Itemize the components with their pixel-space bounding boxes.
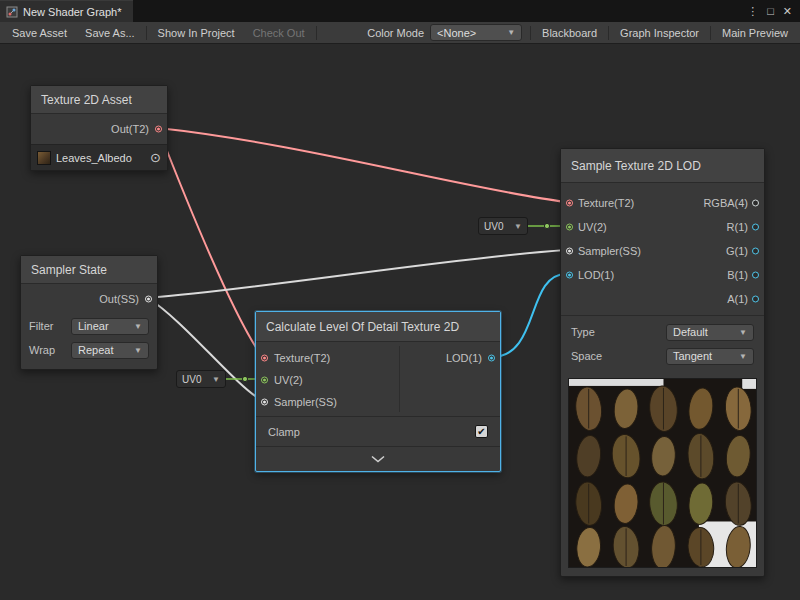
clamp-label: Clamp	[268, 426, 300, 438]
port-label: Sampler(SS)	[578, 245, 641, 257]
port-label: RGBA(4)	[703, 197, 748, 209]
filter-dropdown[interactable]: Linear ▼	[71, 318, 149, 335]
toolbar: Save Asset Save As... Show In Project Ch…	[0, 22, 800, 44]
shader-graph-icon	[6, 6, 18, 18]
node-title[interactable]: Sampler State	[21, 256, 157, 284]
port-label: B(1)	[727, 269, 748, 281]
node-title[interactable]: Calculate Level Of Detail Texture 2D	[256, 312, 500, 342]
port-r-output[interactable]	[752, 224, 759, 231]
chevron-down-icon: ▼	[739, 352, 747, 361]
port-sampler-input[interactable]	[261, 399, 268, 406]
type-dropdown[interactable]: Default ▼	[666, 324, 754, 341]
node-title[interactable]: Texture 2D Asset	[31, 86, 167, 114]
port-b-output[interactable]	[752, 272, 759, 279]
toolbar-separator	[710, 26, 711, 40]
port-uv-input[interactable]	[566, 224, 573, 231]
toolbar-separator	[146, 26, 147, 40]
node-texture-2d-asset[interactable]: Texture 2D Asset Out(T2) Leaves_Albedo ⊙	[30, 85, 168, 171]
uv-channel-dropdown[interactable]: UV0 ▼	[478, 217, 528, 235]
check-out-button[interactable]: Check Out	[244, 22, 314, 43]
port-out-t2[interactable]	[155, 126, 162, 133]
maximize-icon[interactable]: □	[767, 6, 774, 17]
node-title[interactable]: Sample Texture 2D LOD	[561, 149, 764, 183]
port-lod-output[interactable]	[488, 355, 495, 362]
object-picker-icon[interactable]: ⊙	[150, 151, 161, 164]
wrap-dropdown[interactable]: Repeat ▼	[71, 342, 149, 359]
color-mode-value: <None>	[437, 27, 476, 39]
space-dropdown[interactable]: Tangent ▼	[666, 348, 754, 365]
type-label: Type	[571, 326, 595, 338]
port-lod-input[interactable]	[566, 272, 573, 279]
port-a-output[interactable]	[752, 296, 759, 303]
toolbar-separator	[608, 26, 609, 40]
window-tab[interactable]: New Shader Graph*	[0, 0, 133, 22]
texture-preview	[568, 378, 757, 568]
filter-value: Linear	[78, 320, 109, 332]
color-mode-label: Color Mode	[361, 27, 430, 39]
filter-label: Filter	[29, 320, 53, 332]
port-texture-input[interactable]	[261, 355, 268, 362]
space-label: Space	[571, 350, 602, 362]
port-label: R(1)	[727, 221, 748, 233]
node-sample-texture-2d-lod[interactable]: Sample Texture 2D LOD Texture(T2) RGBA(4…	[560, 148, 765, 577]
main-preview-button[interactable]: Main Preview	[713, 22, 797, 43]
type-value: Default	[673, 326, 708, 338]
texture-thumbnail-icon	[37, 151, 51, 165]
chevron-down-icon	[370, 455, 386, 463]
uv-channel-value: UV0	[182, 374, 201, 385]
chevron-down-icon: ▼	[507, 28, 515, 37]
uv-channel-dropdown[interactable]: UV0 ▼	[176, 370, 226, 388]
port-label: Texture(T2)	[578, 197, 634, 209]
show-in-project-button[interactable]: Show In Project	[149, 22, 244, 43]
port-label: UV(2)	[578, 221, 607, 233]
object-field-value: Leaves_Albedo	[56, 152, 145, 164]
titlebar: New Shader Graph* ⋮ □ ✕	[0, 0, 800, 22]
port-label: LOD(1)	[578, 269, 614, 281]
port-label: G(1)	[726, 245, 748, 257]
port-label: Sampler(SS)	[274, 396, 337, 408]
window-title: New Shader Graph*	[23, 6, 121, 18]
wrap-value: Repeat	[78, 344, 113, 356]
port-sampler-input[interactable]	[566, 248, 573, 255]
port-label: UV(2)	[274, 374, 303, 386]
port-label: LOD(1)	[446, 352, 482, 364]
space-value: Tangent	[673, 350, 712, 362]
toolbar-separator	[530, 26, 531, 40]
kebab-menu-icon[interactable]: ⋮	[747, 6, 758, 17]
port-texture-input[interactable]	[566, 200, 573, 207]
chevron-down-icon: ▼	[739, 328, 747, 337]
color-mode-dropdown[interactable]: <None> ▼	[430, 24, 522, 41]
texture-object-field[interactable]: Leaves_Albedo ⊙	[31, 144, 167, 170]
port-label: A(1)	[727, 293, 748, 305]
uv-channel-value: UV0	[484, 221, 503, 232]
window-controls: ⋮ □ ✕	[747, 0, 800, 22]
node-sampler-state[interactable]: Sampler State Out(SS) Filter Linear ▼ Wr…	[20, 255, 158, 370]
port-uv-input[interactable]	[261, 377, 268, 384]
chevron-down-icon: ▼	[212, 375, 220, 384]
save-asset-button[interactable]: Save Asset	[3, 22, 76, 43]
wrap-label: Wrap	[29, 344, 55, 356]
collapse-chevron-button[interactable]	[256, 446, 500, 471]
port-out-ss[interactable]	[145, 296, 152, 303]
chevron-down-icon: ▼	[514, 222, 522, 231]
port-rgba-output[interactable]	[752, 200, 759, 207]
chevron-down-icon: ▼	[134, 322, 142, 331]
port-label: Texture(T2)	[274, 352, 330, 364]
close-icon[interactable]: ✕	[783, 6, 792, 17]
port-label: Out(T2)	[111, 123, 149, 135]
port-g-output[interactable]	[752, 248, 759, 255]
graph-inspector-button[interactable]: Graph Inspector	[611, 22, 708, 43]
chevron-down-icon: ▼	[134, 346, 142, 355]
toolbar-separator	[316, 26, 317, 40]
clamp-checkbox[interactable]: ✔	[475, 425, 488, 438]
save-as-button[interactable]: Save As...	[76, 22, 144, 43]
blackboard-button[interactable]: Blackboard	[533, 22, 606, 43]
port-label: Out(SS)	[99, 293, 139, 305]
node-calculate-lod[interactable]: Calculate Level Of Detail Texture 2D Tex…	[255, 311, 501, 472]
